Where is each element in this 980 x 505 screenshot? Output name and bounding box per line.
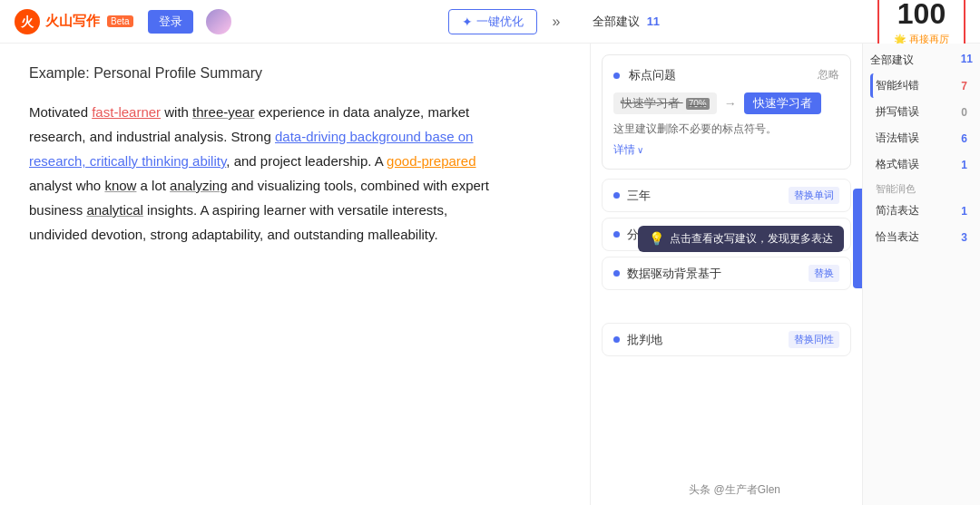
- card-ignore-button[interactable]: 忽略: [818, 67, 839, 83]
- row-dot: [613, 336, 620, 343]
- text-motivated: Motivated: [29, 104, 92, 120]
- main-content: Example: Personal Profile Summary Motiva…: [0, 44, 980, 505]
- concise-count: 1: [961, 205, 967, 218]
- text-fast-learner: fast-learner: [92, 104, 161, 120]
- text-three-year: three-year: [192, 104, 254, 120]
- login-button[interactable]: 登录: [148, 10, 193, 34]
- suggestion-words: 快速学习者 70% → 快速学习者: [613, 92, 839, 114]
- document-body: Motivated fast-learner with three-year e…: [29, 100, 501, 247]
- sidebar-item-concise[interactable]: 简洁表达 1: [870, 199, 973, 223]
- row-label: 批判地: [627, 332, 783, 348]
- watermark: 头条 @生产者Glen: [689, 482, 780, 498]
- row-action[interactable]: 替换同性: [789, 331, 839, 348]
- sidebar-section-polish: 智能润色: [876, 182, 973, 196]
- avatar: [206, 9, 231, 34]
- text-with: with: [161, 104, 192, 120]
- text-know: know: [104, 178, 136, 193]
- sidebar-title: 全部建议 11: [870, 53, 973, 68]
- app-name: 火山写作: [45, 13, 100, 30]
- text-analyzing: analyzing: [170, 178, 227, 193]
- suggestion-card-punctuation: 标点问题 忽略 快速学习者 70% → 快速学习者 这里建议删除不必要的标点符号…: [602, 54, 851, 170]
- sidebar-item-grammar[interactable]: 语法错误 6: [870, 126, 973, 151]
- sidebar-item-correction[interactable]: 智能纠错 7: [870, 73, 973, 98]
- tooltip-bar: 💡 点击查看改写建议，发现更多表达: [638, 226, 844, 252]
- text-alot: a lot: [136, 178, 170, 193]
- row-dot: [613, 231, 620, 238]
- suggestions-label: 全部建议 11: [593, 14, 660, 30]
- text-analyst: analyst who: [29, 178, 104, 193]
- original-word: 快速学习者 70%: [613, 92, 717, 114]
- suggestion-row-data-driven: 数据驱动背景基于 替换 💡 点击查看改写建议，发现更多表达 发现更多表达 2: [602, 257, 851, 290]
- row-dot: [613, 192, 620, 199]
- suggestion-panel: 标点问题 忽略 快速学习者 70% → 快速学习者 这里建议删除不必要的标点符号…: [590, 44, 862, 505]
- text-good-prepared: good-prepared: [387, 153, 475, 169]
- more-button[interactable]: »: [544, 10, 567, 34]
- score-value: 100: [894, 0, 949, 31]
- correction-count: 7: [961, 80, 967, 92]
- sparkle-icon: ✦: [462, 15, 473, 29]
- score-label: 70%: [686, 98, 710, 110]
- row-dot: [613, 270, 620, 277]
- card-type-label: 标点问题: [629, 68, 676, 82]
- arrow-icon: →: [724, 96, 737, 111]
- tooltip-text: 点击查看改写建议，发现更多表达: [670, 231, 833, 247]
- suggested-word[interactable]: 快速学习者: [744, 92, 821, 114]
- card-dot: [613, 73, 620, 79]
- text-analytical: analytical: [86, 202, 143, 218]
- document-title: Example: Personal Profile Summary: [29, 65, 561, 82]
- card-header: 标点问题 忽略: [613, 66, 839, 83]
- suggestion-row-pipandi: 批判地 替换同性: [602, 323, 851, 356]
- app-header: 火 火山写作 Beta 登录 ✦ 一键优化 » 全部建议 11 100 🌟 再接…: [0, 0, 980, 44]
- volcano-logo-icon: 火: [15, 9, 40, 34]
- detail-toggle[interactable]: 详情 ∨: [613, 142, 839, 158]
- bulb-icon: 💡: [649, 231, 664, 246]
- suggestions-count: 11: [647, 15, 660, 28]
- tooltip-overlay: 💡 点击查看改写建议，发现更多表达 发现更多表达 2: [638, 189, 862, 288]
- sidebar-total: 11: [961, 53, 973, 68]
- appropriate-count: 3: [961, 231, 967, 244]
- sidebar-item-format[interactable]: 格式错误 1: [870, 152, 973, 177]
- logo-area: 火 火山写作 Beta 登录: [15, 9, 231, 34]
- optimize-button[interactable]: ✦ 一键优化: [448, 9, 537, 34]
- text-and-project: , and project leadership. A: [226, 153, 387, 169]
- beta-badge: Beta: [107, 15, 133, 27]
- right-sidebar: 全部建议 11 智能纠错 7 拼写错误 0 语法错误 6 格式错误 1 智能润色…: [862, 44, 980, 505]
- discover-more-button[interactable]: 发现更多表达: [853, 189, 862, 288]
- suggestion-description: 这里建议删除不必要的标点符号。: [613, 121, 839, 137]
- format-count: 1: [961, 159, 967, 171]
- spelling-count: 0: [961, 106, 967, 119]
- chevron-down-icon: ∨: [637, 145, 643, 155]
- sidebar-item-spelling[interactable]: 拼写错误 0: [870, 100, 973, 124]
- grammar-count: 6: [961, 132, 967, 145]
- svg-text:火: 火: [20, 15, 34, 29]
- header-center: ✦ 一键优化 » 全部建议 11: [231, 9, 877, 34]
- card-type: 标点问题: [613, 66, 676, 83]
- sidebar-item-appropriate[interactable]: 恰当表达 3: [870, 225, 973, 249]
- editor-area[interactable]: Example: Personal Profile Summary Motiva…: [0, 44, 590, 505]
